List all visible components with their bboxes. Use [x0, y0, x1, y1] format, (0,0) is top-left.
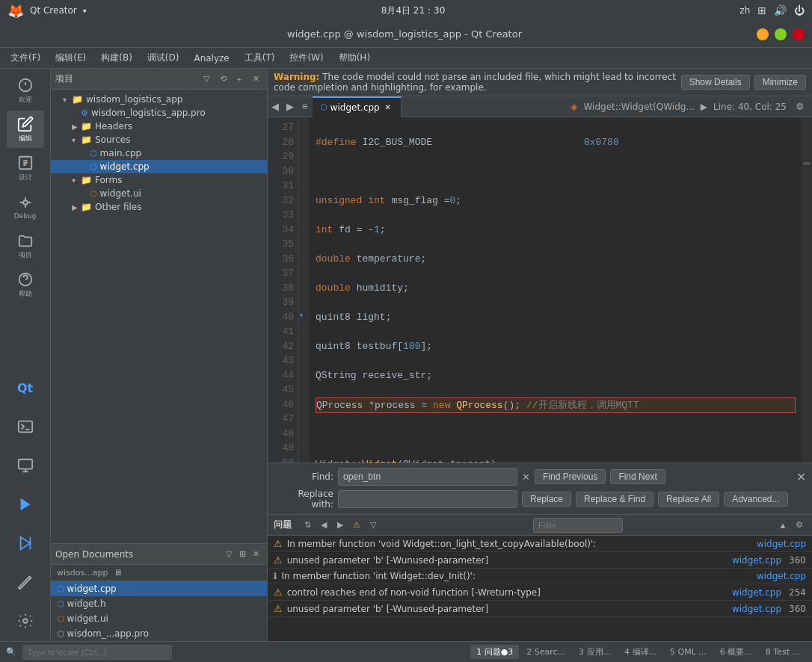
issues-filter-btn[interactable]: ▽	[366, 519, 380, 532]
editor-tab-widget-cpp[interactable]: ⬡ widget.cpp ✕	[313, 96, 402, 117]
app-dropdown-icon[interactable]: ▾	[83, 7, 87, 15]
menu-debug[interactable]: 调试(D)	[141, 49, 185, 66]
project-close-btn[interactable]: ✕	[249, 72, 262, 86]
svg-rect-7	[18, 460, 31, 469]
find-next-button[interactable]: Find Next	[610, 469, 665, 484]
sidebar-item-qtcreator[interactable]: Qt	[7, 369, 44, 406]
open-docs-toolbar: Open Documents ▽ ⊞ ✕	[51, 544, 267, 565]
editor-area: Warning: The code model could not parse …	[268, 69, 812, 641]
status-search-input[interactable]	[22, 645, 172, 660]
tab-nav-left[interactable]: ◀	[268, 96, 283, 117]
tab-line-col: Line: 40, Col: 25	[713, 102, 787, 112]
replace-button[interactable]: Replace	[522, 492, 571, 507]
status-tab-issues[interactable]: 1 问题●3	[470, 645, 519, 659]
issue-row-5[interactable]: ⚠ unused parameter 'b' [-Wunused-paramet…	[268, 601, 812, 617]
issues-filter-input[interactable]	[533, 518, 623, 533]
issue-row-3[interactable]: ℹ In member function 'int Widget::dev_In…	[268, 569, 812, 584]
project-add-btn[interactable]: +	[233, 72, 246, 86]
issue-row-2[interactable]: ⚠ unused parameter 'b' [-Wunused-paramet…	[268, 552, 812, 569]
tree-item-wisdom-pro[interactable]: ⚙ wisdom_logistics_app.pro	[51, 106, 267, 120]
status-tab-search[interactable]: 2 Searc...	[520, 646, 571, 658]
open-docs-close-btn[interactable]: ✕	[249, 548, 262, 561]
status-bar: 🔍 1 问题●3 2 Searc... 3 应用... 4 编译... 5 QM…	[0, 641, 812, 662]
open-doc-widget-ui[interactable]: ⬡ widget.ui	[51, 611, 267, 626]
find-previous-button[interactable]: Find Previous	[535, 469, 606, 484]
issues-collapse-btn[interactable]: ▲	[776, 519, 790, 532]
sidebar-item-terminal[interactable]	[7, 408, 44, 445]
issue-file-5: widget.cpp	[732, 604, 781, 614]
open-doc-widget-h[interactable]: ⬡ widget.h	[51, 596, 267, 611]
issue-file-3: widget.cpp	[757, 571, 806, 581]
sidebar-item-projects[interactable]: 项目	[7, 227, 44, 265]
issues-sort-btn[interactable]: ⇅	[301, 519, 314, 532]
menu-edit[interactable]: 编辑(E)	[49, 49, 92, 66]
tab-nav-menu[interactable]: ≡	[298, 96, 313, 117]
menu-control[interactable]: 控件(W)	[283, 49, 329, 66]
tree-item-sources[interactable]: ▾ 📁 Sources	[51, 133, 267, 146]
open-docs-filter-btn[interactable]: ▽	[222, 548, 236, 561]
status-tab-app[interactable]: 3 应用...	[573, 645, 617, 659]
open-docs-split-btn[interactable]: ⊞	[236, 548, 249, 561]
tab-close-btn[interactable]: ✕	[383, 102, 393, 113]
issue-row-1[interactable]: ⚠ In member function 'void Widget::on_li…	[268, 536, 812, 552]
sidebar-item-build-run[interactable]	[7, 525, 44, 562]
issue-message-5: unused parameter 'b' [-Wunused-parameter…	[287, 604, 488, 614]
tree-item-headers[interactable]: ▶ 📁 Headers	[51, 120, 267, 133]
status-tab-qml[interactable]: 5 QML ...	[664, 646, 713, 658]
minimize-button[interactable]	[757, 28, 769, 40]
open-doc-widget-cpp[interactable]: ⬡ widget.cpp	[51, 581, 267, 596]
issues-title: 问题	[274, 519, 292, 531]
show-details-button[interactable]: Show Details	[681, 75, 750, 90]
sidebar-item-device[interactable]	[7, 447, 44, 484]
issue-message-4: control reaches end of non-void function…	[287, 587, 541, 598]
minimize-warning-button[interactable]: Minimize	[754, 75, 806, 90]
find-clear-btn[interactable]: ✕	[522, 471, 530, 483]
sidebar-item-design[interactable]: 设计	[7, 149, 44, 187]
tab-settings-btn[interactable]: ⚙	[793, 96, 808, 117]
sidebar-item-welcome[interactable]: 欢迎	[7, 72, 44, 109]
maximize-button[interactable]	[775, 28, 787, 40]
tree-item-forms[interactable]: ▾ 📁 Forms	[51, 173, 267, 187]
tab-icon: ⬡	[320, 102, 327, 112]
open-doc-wisdom-pro[interactable]: ⬡ wisdom_...app.pro	[51, 626, 267, 641]
replace-find-button[interactable]: Replace & Find	[576, 492, 653, 507]
sidebar-item-run[interactable]	[7, 486, 44, 523]
issues-warning-toggle[interactable]: ⚠	[350, 519, 363, 532]
status-tab-test[interactable]: 8 Test ...	[760, 646, 806, 658]
issue-row-4[interactable]: ⚠ control reaches end of non-void functi…	[268, 584, 812, 601]
issues-settings-btn[interactable]: ⚙	[793, 519, 806, 532]
tree-item-other-files[interactable]: ▶ 📁 Other files	[51, 200, 267, 214]
issues-nav-next[interactable]: ▶	[333, 519, 347, 532]
sidebar-item-settings-bottom[interactable]	[7, 602, 44, 640]
advanced-button[interactable]: Advanced...	[724, 492, 787, 507]
menu-tools[interactable]: 工具(T)	[239, 49, 281, 66]
project-sync-btn[interactable]: ⟲	[216, 72, 230, 86]
replace-all-button[interactable]: Replace All	[658, 492, 719, 507]
sidebar-item-edit[interactable]: 编辑	[7, 111, 44, 148]
close-button[interactable]	[793, 28, 805, 40]
tab-nav-right[interactable]: ▶	[283, 96, 298, 117]
tree-item-main-cpp[interactable]: ⬡ main.cpp	[51, 146, 267, 160]
sidebar-welcome-label: 欢迎	[19, 95, 32, 105]
menu-build[interactable]: 构建(B)	[95, 49, 138, 66]
code-editor: 2728293031323334353637383940414243444546…	[268, 117, 812, 463]
window-title: widget.cpp @ wisdom_logistics_app - Qt C…	[52, 28, 757, 40]
tree-item-widget-ui[interactable]: ⬡ widget.ui	[51, 187, 267, 200]
sidebar-item-help[interactable]: 帮助	[7, 266, 44, 303]
sidebar-item-build-only[interactable]	[7, 563, 44, 601]
volume-icon: 🔊	[774, 4, 787, 16]
find-close-btn[interactable]: ✕	[796, 470, 806, 484]
status-tab-compile[interactable]: 4 编译...	[618, 645, 662, 659]
menu-file[interactable]: 文件(F)	[4, 49, 46, 66]
tree-item-wisdom-app[interactable]: ▾ 📁 wisdom_logistics_app	[51, 93, 267, 106]
project-filter-btn[interactable]: ▽	[200, 72, 213, 86]
issues-nav-prev[interactable]: ◀	[317, 519, 330, 532]
tree-item-widget-cpp[interactable]: ⬡ widget.cpp	[51, 160, 267, 173]
menu-analyze[interactable]: Analyze	[188, 51, 235, 66]
menu-help[interactable]: 帮助(H)	[333, 49, 376, 66]
find-input[interactable]	[338, 468, 517, 486]
code-content[interactable]: #define I2C_BUS_MODE 0x0780 unsigned int…	[310, 117, 802, 463]
status-tab-overview[interactable]: 6 概要...	[714, 645, 758, 659]
sidebar-item-debug[interactable]: Debug	[7, 188, 44, 226]
replace-input[interactable]	[338, 490, 517, 508]
